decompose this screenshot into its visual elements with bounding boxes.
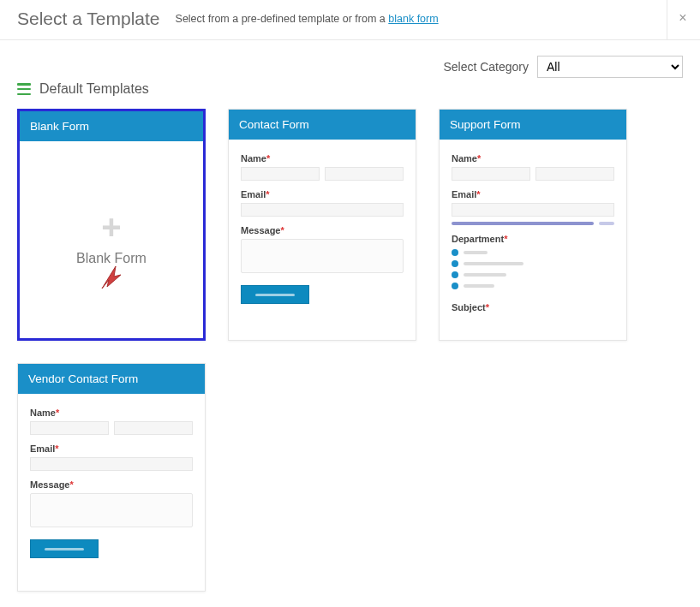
input-preview <box>241 167 320 181</box>
submit-button-preview <box>30 539 99 558</box>
input-preview <box>452 167 530 181</box>
field-label-name: Name* <box>452 153 614 164</box>
category-select[interactable]: All <box>537 56 683 78</box>
card-header-contact: Contact Form <box>229 110 416 140</box>
plus-icon: + <box>101 210 121 244</box>
field-label-email: Email* <box>241 189 404 199</box>
textarea-preview <box>30 493 193 527</box>
radio-dot-icon <box>452 283 458 289</box>
field-label-email: Email* <box>452 189 614 199</box>
field-label-message: Message* <box>30 479 193 490</box>
menu-icon[interactable] <box>17 83 31 95</box>
radio-item <box>452 260 614 267</box>
dialog-body: Select Category All Default Templates Bl… <box>0 40 700 607</box>
textarea-preview <box>241 239 404 273</box>
card-header-support: Support Form <box>440 110 626 140</box>
section-title: Default Templates <box>39 81 149 97</box>
required-star: * <box>477 153 481 164</box>
email-inputs <box>241 203 404 217</box>
category-row: Select Category All <box>17 56 683 78</box>
blank-form-link[interactable]: blank form <box>388 13 438 25</box>
email-inputs <box>452 203 614 217</box>
input-preview <box>452 203 614 217</box>
template-card-blank[interactable]: Blank Form + Blank Form <box>17 109 206 341</box>
required-star: * <box>486 302 489 312</box>
card-header-blank: Blank Form <box>20 111 203 141</box>
radio-dot-icon <box>452 260 458 267</box>
required-star: * <box>476 189 480 199</box>
required-star: * <box>55 443 58 454</box>
dialog-header: Select a Template Select from a pre-defi… <box>0 0 700 40</box>
input-preview <box>30 457 193 471</box>
required-star: * <box>280 225 284 235</box>
radio-item <box>452 249 614 256</box>
progress-bar <box>599 222 614 225</box>
input-preview <box>241 203 404 217</box>
radio-item <box>452 283 614 289</box>
radio-item <box>452 271 614 278</box>
field-label-subject: Subject* <box>452 302 614 312</box>
field-label-message: Message* <box>241 225 404 235</box>
required-star: * <box>69 479 73 490</box>
header-divider <box>667 0 667 39</box>
card-body-contact: Name* Email* Message* <box>229 140 416 340</box>
row-offset <box>649 109 670 341</box>
radio-list-preview <box>452 249 614 294</box>
page-subtitle: Select from a pre-defined template or fr… <box>176 13 439 25</box>
input-preview <box>30 421 109 435</box>
card-body-support: Name* Email* Department* <box>440 140 626 340</box>
name-inputs <box>30 421 193 435</box>
input-preview <box>325 167 404 181</box>
input-preview <box>114 421 193 435</box>
template-card-support[interactable]: Support Form Name* Email* Department* <box>439 109 627 341</box>
template-grid: Blank Form + Blank Form Contact Form Nam… <box>17 109 683 592</box>
section-row: Default Templates <box>17 81 683 97</box>
required-star: * <box>56 408 59 418</box>
radio-dot-icon <box>452 249 458 256</box>
field-label-name: Name* <box>30 408 193 418</box>
field-label-name: Name* <box>241 153 404 164</box>
progress-bar <box>452 222 594 225</box>
radio-dot-icon <box>452 271 458 278</box>
name-inputs <box>452 167 614 181</box>
required-star: * <box>504 234 507 244</box>
email-inputs <box>30 457 193 471</box>
field-label-email: Email* <box>30 443 193 454</box>
input-preview <box>535 167 614 181</box>
submit-button-preview <box>241 285 309 304</box>
subtitle-prefix: Select from a pre-defined template or fr… <box>176 13 389 25</box>
close-icon[interactable]: × <box>674 10 691 26</box>
required-star: * <box>266 153 270 164</box>
required-star: * <box>266 189 269 199</box>
radio-bar <box>464 284 494 288</box>
name-inputs <box>241 167 404 181</box>
radio-bar <box>464 273 506 277</box>
radio-bar <box>464 262 524 265</box>
card-body-vendor: Name* Email* Message* <box>18 394 205 591</box>
cursor-arrow-icon <box>99 263 123 290</box>
card-header-vendor: Vendor Contact Form <box>18 364 205 394</box>
category-label: Select Category <box>443 60 529 74</box>
radio-bar <box>464 251 488 254</box>
field-label-department: Department* <box>452 234 614 244</box>
page-title: Select a Template <box>17 9 160 29</box>
progress-preview <box>452 222 614 225</box>
template-card-vendor[interactable]: Vendor Contact Form Name* Email* Message… <box>17 363 206 592</box>
card-body-blank: + Blank Form <box>20 141 203 338</box>
template-card-contact[interactable]: Contact Form Name* Email* Message* <box>228 109 416 341</box>
